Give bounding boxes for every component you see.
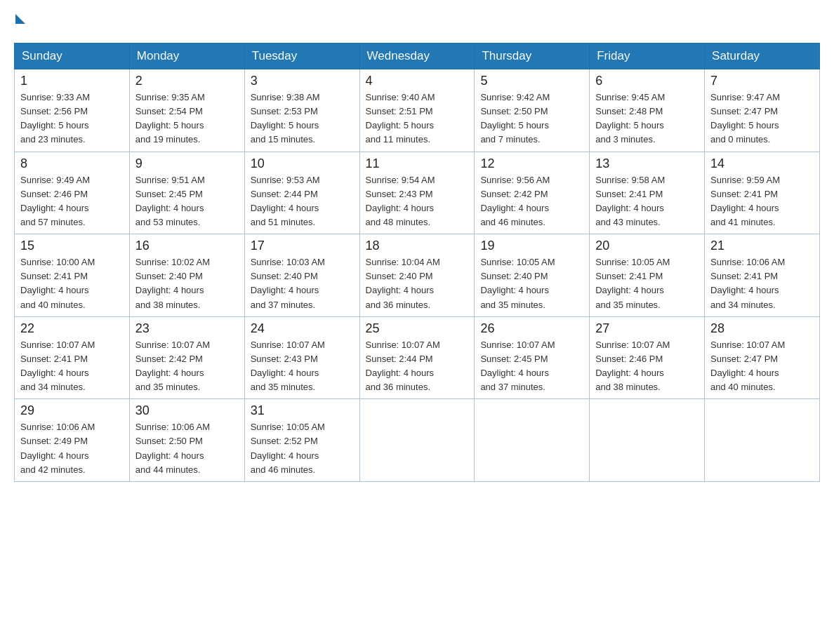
- calendar-cell: 31Sunrise: 10:05 AMSunset: 2:52 PMDaylig…: [244, 399, 359, 482]
- day-number: 17: [251, 239, 354, 253]
- day-info: Sunrise: 9:49 AMSunset: 2:46 PMDaylight:…: [20, 173, 124, 230]
- day-info: Sunrise: 9:53 AMSunset: 2:44 PMDaylight:…: [251, 173, 354, 230]
- calendar-cell: 21Sunrise: 10:06 AMSunset: 2:41 PMDaylig…: [705, 234, 820, 317]
- calendar-cell: 25Sunrise: 10:07 AMSunset: 2:44 PMDaylig…: [359, 316, 475, 399]
- day-number: 15: [20, 239, 124, 253]
- calendar-header-friday: Friday: [590, 43, 705, 69]
- day-info: Sunrise: 10:07 AMSunset: 2:44 PMDaylight…: [366, 338, 469, 395]
- day-number: 12: [480, 156, 583, 171]
- calendar-header-saturday: Saturday: [705, 43, 820, 69]
- calendar-header-sunday: Sunday: [15, 43, 130, 69]
- calendar-cell: 11Sunrise: 9:54 AMSunset: 2:43 PMDayligh…: [359, 152, 475, 234]
- day-number: 31: [251, 403, 354, 418]
- calendar-cell: 30Sunrise: 10:06 AMSunset: 2:50 PMDaylig…: [129, 399, 244, 482]
- day-number: 24: [251, 321, 354, 336]
- day-info: Sunrise: 9:47 AMSunset: 2:47 PMDaylight:…: [710, 90, 814, 147]
- calendar-cell: 2Sunrise: 9:35 AMSunset: 2:54 PMDaylight…: [129, 69, 244, 152]
- calendar-cell: 12Sunrise: 9:56 AMSunset: 2:42 PMDayligh…: [475, 152, 590, 234]
- calendar-cell: 5Sunrise: 9:42 AMSunset: 2:50 PMDaylight…: [475, 69, 590, 152]
- calendar-cell: 19Sunrise: 10:05 AMSunset: 2:40 PMDaylig…: [475, 234, 590, 317]
- calendar-cell: 9Sunrise: 9:51 AMSunset: 2:45 PMDaylight…: [129, 152, 244, 234]
- calendar-week-2: 8Sunrise: 9:49 AMSunset: 2:46 PMDaylight…: [15, 152, 820, 234]
- day-info: Sunrise: 9:42 AMSunset: 2:50 PMDaylight:…: [480, 90, 583, 147]
- calendar-cell: [590, 399, 705, 482]
- day-number: 7: [710, 74, 814, 88]
- day-number: 29: [20, 403, 124, 418]
- calendar-header-thursday: Thursday: [475, 43, 590, 69]
- calendar-header-tuesday: Tuesday: [244, 43, 359, 69]
- calendar-cell: [359, 399, 475, 482]
- calendar-header-monday: Monday: [129, 43, 244, 69]
- day-info: Sunrise: 10:03 AMSunset: 2:40 PMDaylight…: [251, 255, 354, 312]
- calendar-week-5: 29Sunrise: 10:06 AMSunset: 2:49 PMDaylig…: [15, 399, 820, 482]
- day-info: Sunrise: 10:07 AMSunset: 2:45 PMDaylight…: [480, 338, 583, 395]
- day-number: 13: [595, 156, 699, 171]
- day-info: Sunrise: 10:07 AMSunset: 2:43 PMDaylight…: [251, 338, 354, 395]
- day-info: Sunrise: 9:38 AMSunset: 2:53 PMDaylight:…: [251, 90, 354, 147]
- day-number: 6: [595, 74, 699, 88]
- day-info: Sunrise: 10:02 AMSunset: 2:40 PMDaylight…: [135, 255, 239, 312]
- day-info: Sunrise: 10:06 AMSunset: 2:49 PMDaylight…: [20, 420, 124, 477]
- calendar-cell: 18Sunrise: 10:04 AMSunset: 2:40 PMDaylig…: [359, 234, 475, 317]
- calendar-cell: 1Sunrise: 9:33 AMSunset: 2:56 PMDaylight…: [15, 69, 130, 152]
- calendar-cell: 4Sunrise: 9:40 AMSunset: 2:51 PMDaylight…: [359, 69, 475, 152]
- calendar-cell: 20Sunrise: 10:05 AMSunset: 2:41 PMDaylig…: [590, 234, 705, 317]
- day-number: 10: [251, 156, 354, 171]
- day-number: 28: [710, 321, 814, 336]
- day-info: Sunrise: 10:05 AMSunset: 2:40 PMDaylight…: [480, 255, 583, 312]
- day-info: Sunrise: 10:05 AMSunset: 2:52 PMDaylight…: [251, 420, 354, 477]
- day-info: Sunrise: 10:07 AMSunset: 2:46 PMDaylight…: [595, 338, 699, 395]
- calendar-cell: 7Sunrise: 9:47 AMSunset: 2:47 PMDaylight…: [705, 69, 820, 152]
- calendar-week-4: 22Sunrise: 10:07 AMSunset: 2:41 PMDaylig…: [15, 316, 820, 399]
- day-info: Sunrise: 10:07 AMSunset: 2:41 PMDaylight…: [20, 338, 124, 395]
- calendar-week-1: 1Sunrise: 9:33 AMSunset: 2:56 PMDaylight…: [15, 69, 820, 152]
- day-info: Sunrise: 10:06 AMSunset: 2:41 PMDaylight…: [710, 255, 814, 312]
- logo-arrow-icon: [15, 14, 25, 24]
- day-info: Sunrise: 10:00 AMSunset: 2:41 PMDaylight…: [20, 255, 124, 312]
- day-info: Sunrise: 10:05 AMSunset: 2:41 PMDaylight…: [595, 255, 699, 312]
- calendar-cell: 28Sunrise: 10:07 AMSunset: 2:47 PMDaylig…: [705, 316, 820, 399]
- day-info: Sunrise: 9:58 AMSunset: 2:41 PMDaylight:…: [595, 173, 699, 230]
- day-number: 2: [135, 74, 239, 88]
- calendar-cell: 15Sunrise: 10:00 AMSunset: 2:41 PMDaylig…: [15, 234, 130, 317]
- day-number: 27: [595, 321, 699, 336]
- calendar-cell: 23Sunrise: 10:07 AMSunset: 2:42 PMDaylig…: [129, 316, 244, 399]
- day-info: Sunrise: 9:59 AMSunset: 2:41 PMDaylight:…: [710, 173, 814, 230]
- calendar-cell: 16Sunrise: 10:02 AMSunset: 2:40 PMDaylig…: [129, 234, 244, 317]
- day-number: 1: [20, 74, 124, 88]
- day-number: 16: [135, 239, 239, 253]
- day-info: Sunrise: 9:35 AMSunset: 2:54 PMDaylight:…: [135, 90, 239, 147]
- page-header: [14, 14, 820, 36]
- logo: [14, 14, 25, 36]
- day-number: 25: [366, 321, 469, 336]
- calendar-week-3: 15Sunrise: 10:00 AMSunset: 2:41 PMDaylig…: [15, 234, 820, 317]
- calendar-cell: [475, 399, 590, 482]
- calendar-table: SundayMondayTuesdayWednesdayThursdayFrid…: [14, 43, 820, 482]
- day-number: 22: [20, 321, 124, 336]
- day-number: 19: [480, 239, 583, 253]
- calendar-cell: [705, 399, 820, 482]
- day-number: 9: [135, 156, 239, 171]
- calendar-cell: 27Sunrise: 10:07 AMSunset: 2:46 PMDaylig…: [590, 316, 705, 399]
- day-info: Sunrise: 9:40 AMSunset: 2:51 PMDaylight:…: [366, 90, 469, 147]
- day-info: Sunrise: 10:06 AMSunset: 2:50 PMDaylight…: [135, 420, 239, 477]
- day-number: 5: [480, 74, 583, 88]
- day-info: Sunrise: 10:07 AMSunset: 2:47 PMDaylight…: [710, 338, 814, 395]
- calendar-cell: 6Sunrise: 9:45 AMSunset: 2:48 PMDaylight…: [590, 69, 705, 152]
- day-info: Sunrise: 10:04 AMSunset: 2:40 PMDaylight…: [366, 255, 469, 312]
- calendar-cell: 14Sunrise: 9:59 AMSunset: 2:41 PMDayligh…: [705, 152, 820, 234]
- calendar-cell: 29Sunrise: 10:06 AMSunset: 2:49 PMDaylig…: [15, 399, 130, 482]
- day-number: 14: [710, 156, 814, 171]
- day-number: 20: [595, 239, 699, 253]
- day-info: Sunrise: 9:56 AMSunset: 2:42 PMDaylight:…: [480, 173, 583, 230]
- calendar-header-row: SundayMondayTuesdayWednesdayThursdayFrid…: [15, 43, 820, 69]
- day-number: 3: [251, 74, 354, 88]
- day-number: 23: [135, 321, 239, 336]
- calendar-cell: 17Sunrise: 10:03 AMSunset: 2:40 PMDaylig…: [244, 234, 359, 317]
- day-number: 11: [366, 156, 469, 171]
- calendar-cell: 10Sunrise: 9:53 AMSunset: 2:44 PMDayligh…: [244, 152, 359, 234]
- day-info: Sunrise: 9:54 AMSunset: 2:43 PMDaylight:…: [366, 173, 469, 230]
- day-number: 18: [366, 239, 469, 253]
- day-number: 30: [135, 403, 239, 418]
- day-number: 8: [20, 156, 124, 171]
